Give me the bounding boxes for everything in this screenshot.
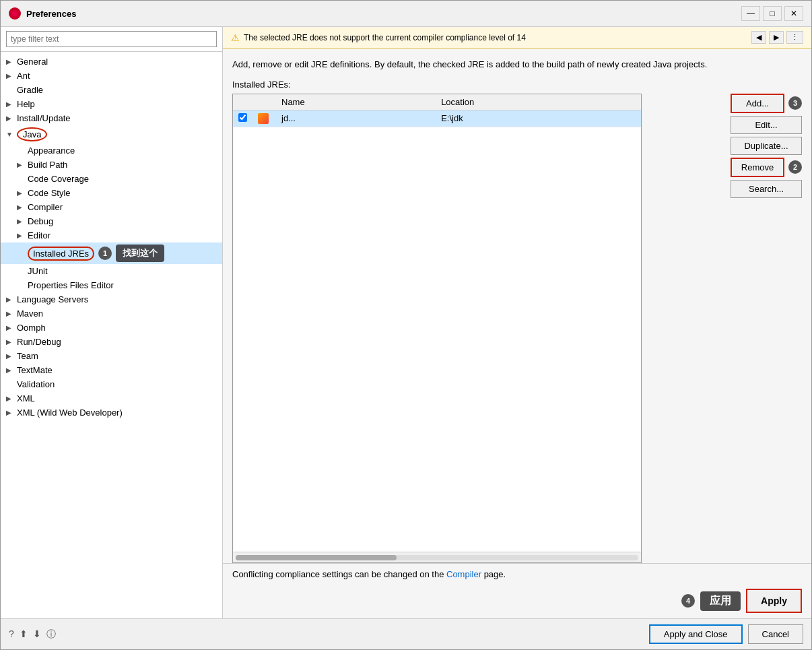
warning-actions: ◀ ▶ ⋮	[751, 31, 803, 44]
apply-and-close-button[interactable]: Apply and Close	[649, 624, 743, 644]
sidebar-item-build-path[interactable]: ▶ Build Path	[1, 158, 222, 172]
warning-bar-left: ⚠ The selected JRE does not support the …	[231, 32, 526, 43]
expand-icon: ▼	[6, 131, 14, 138]
back-button[interactable]: ◀	[751, 31, 766, 44]
annotation-text-4: 应用	[700, 591, 741, 611]
buttons-section: Add... 3 添加自己的jdk地址 Edit... Duplicate...…	[725, 94, 802, 564]
sidebar-item-xml-wild[interactable]: ▶ XML (Wild Web Developer)	[1, 405, 222, 420]
sidebar-item-gradle[interactable]: Gradle	[1, 83, 222, 97]
expand-icon: ▶	[6, 310, 14, 317]
sidebar-item-ant[interactable]: ▶ Ant	[1, 69, 222, 83]
jre-table-wrapper: Name Location	[232, 94, 642, 564]
sidebar-item-code-coverage[interactable]: Code Coverage	[1, 172, 222, 186]
expand-icon	[17, 147, 25, 154]
sidebar-item-java[interactable]: ▼ Java	[1, 125, 222, 143]
table-section: Name Location	[232, 94, 642, 564]
sidebar-item-installed-jres[interactable]: Installed JREs 1 找到这个	[1, 242, 222, 264]
compiler-link[interactable]: Compiler	[446, 569, 481, 579]
sidebar-item-textmate[interactable]: ▶ TextMate	[1, 363, 222, 377]
preferences-window: Preferences — □ ✕ ▶ General ▶ An	[0, 0, 812, 650]
export-icon[interactable]: ⬆	[20, 628, 28, 641]
jre-icon	[258, 113, 269, 124]
content-body: Add, remove or edit JRE definitions. By …	[223, 48, 811, 563]
expand-icon	[17, 267, 25, 275]
sidebar-item-code-style[interactable]: ▶ Code Style	[1, 186, 222, 200]
content-panel: ⚠ The selected JRE does not support the …	[223, 27, 811, 618]
sidebar-item-team[interactable]: ▶ Team	[1, 349, 222, 363]
sidebar-item-debug[interactable]: ▶ Debug	[1, 214, 222, 228]
menu-button[interactable]: ⋮	[786, 31, 803, 44]
edit-button[interactable]: Edit...	[731, 116, 802, 134]
expand-icon: ▶	[6, 100, 14, 108]
expand-icon: ▶	[17, 189, 25, 197]
row-icon-cell	[252, 110, 276, 127]
cancel-button[interactable]: Cancel	[748, 624, 803, 644]
sidebar-item-language-servers[interactable]: ▶ Language Servers	[1, 292, 222, 306]
sidebar-item-compiler[interactable]: ▶ Compiler	[1, 200, 222, 214]
sidebar-item-appearance[interactable]: Appearance	[1, 143, 222, 158]
annotation-badge-4: 4	[681, 594, 695, 608]
col-name: Name	[276, 94, 436, 110]
installed-jres-label: Installed JREs:	[232, 79, 802, 90]
expand-icon: ▶	[6, 58, 14, 65]
scrollbar-track[interactable]	[236, 555, 638, 560]
maximize-button[interactable]: □	[763, 6, 782, 21]
table-row[interactable]: jd... E:\jdk	[233, 110, 641, 127]
sidebar-item-validation[interactable]: Validation	[1, 377, 222, 391]
expand-icon: ▶	[17, 161, 25, 168]
add-button[interactable]: Add...	[731, 94, 784, 113]
col-checkbox	[233, 94, 252, 110]
expand-icon: ▶	[6, 296, 14, 303]
expand-icon: ▶	[6, 115, 14, 122]
title-bar: Preferences — □ ✕	[1, 1, 811, 27]
search-input[interactable]	[6, 31, 217, 47]
remove-button-row: Remove 2 删除	[731, 158, 802, 177]
info-icon[interactable]: ⓘ	[46, 628, 56, 641]
sidebar-item-editor[interactable]: ▶ Editor	[1, 228, 222, 242]
sidebar-item-oomph[interactable]: ▶ Oomph	[1, 321, 222, 335]
footer-left: ? ⬆ ⬇ ⓘ	[9, 628, 56, 641]
import-icon[interactable]: ⬇	[33, 628, 41, 641]
expand-icon: ▶	[6, 338, 14, 346]
warning-icon: ⚠	[231, 32, 240, 43]
sidebar-item-properties-editor[interactable]: Properties Files Editor	[1, 278, 222, 292]
search-button[interactable]: Search...	[731, 180, 802, 198]
bottom-bar: Conflicting compliance settings can be c…	[223, 563, 811, 585]
annotation-badge-2: 2	[788, 160, 802, 174]
col-icon	[252, 94, 276, 110]
expand-icon: ▶	[6, 395, 14, 402]
sidebar: ▶ General ▶ Ant Gradle ▶ Help	[1, 27, 223, 618]
help-icon[interactable]: ?	[9, 628, 14, 641]
expand-icon	[6, 86, 14, 94]
eclipse-icon	[9, 7, 21, 20]
sidebar-item-run-debug[interactable]: ▶ Run/Debug	[1, 335, 222, 349]
jre-checkbox[interactable]	[238, 113, 247, 122]
row-location: E:\jdk	[436, 110, 641, 127]
row-checkbox[interactable]	[233, 110, 252, 127]
forward-button[interactable]: ▶	[769, 31, 784, 44]
sidebar-item-maven[interactable]: ▶ Maven	[1, 306, 222, 321]
title-controls: — □ ✕	[741, 6, 803, 21]
sidebar-item-xml[interactable]: ▶ XML	[1, 391, 222, 405]
warning-text: The selected JRE does not support the cu…	[244, 33, 526, 42]
expand-icon: ▶	[6, 324, 14, 331]
search-box	[1, 27, 222, 52]
apply-button[interactable]: Apply	[746, 589, 802, 613]
close-button[interactable]: ✕	[784, 6, 803, 21]
sidebar-item-general[interactable]: ▶ General	[1, 55, 222, 69]
expand-icon	[6, 381, 14, 388]
table-scrollbar[interactable]	[233, 552, 641, 562]
expand-icon: ▶	[6, 409, 14, 416]
duplicate-button[interactable]: Duplicate...	[731, 137, 802, 155]
expand-icon: ▶	[6, 72, 14, 79]
remove-button[interactable]: Remove	[731, 158, 784, 177]
sidebar-item-install-update[interactable]: ▶ Install/Update	[1, 111, 222, 125]
apply-row: 4 应用 Apply	[681, 589, 802, 613]
sidebar-item-junit[interactable]: JUnit	[1, 264, 222, 278]
bottom-text-2: page.	[484, 569, 506, 579]
annotation-text-1: 找到这个	[116, 245, 164, 262]
sidebar-item-help[interactable]: ▶ Help	[1, 97, 222, 111]
scrollbar-thumb	[236, 555, 397, 560]
table-and-buttons: Name Location	[232, 94, 802, 564]
minimize-button[interactable]: —	[741, 6, 760, 21]
